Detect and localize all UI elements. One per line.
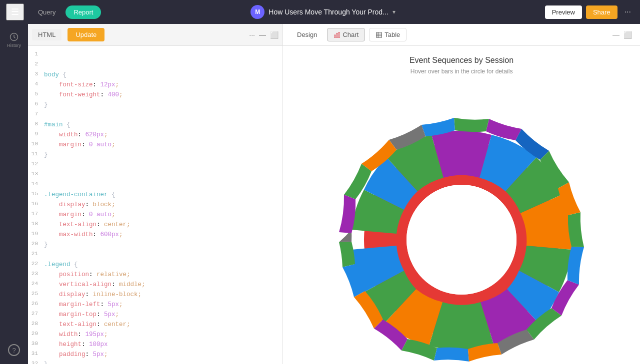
code-line: 26 margin-left: 5px; bbox=[28, 300, 282, 310]
help-sidebar-item[interactable]: ? bbox=[8, 344, 20, 356]
update-button[interactable]: Update bbox=[68, 28, 104, 41]
code-line: 24 vertical-align: middle; bbox=[28, 280, 282, 290]
line-number: 18 bbox=[28, 220, 44, 230]
code-line: 18 text-align: center; bbox=[28, 220, 282, 230]
code-line: 8#main { bbox=[28, 120, 282, 130]
line-number: 3 bbox=[28, 70, 44, 80]
table-icon bbox=[376, 31, 382, 38]
code-line: 4 font-size: 12px; bbox=[28, 80, 282, 90]
line-content bbox=[44, 110, 278, 120]
left-sidebar: History ? bbox=[0, 24, 28, 364]
chart-toolbar: Design Chart Table — ⬜ bbox=[283, 24, 640, 46]
history-sidebar-item[interactable]: History bbox=[7, 32, 21, 48]
code-line: 3body { bbox=[28, 70, 282, 80]
chart-view-button[interactable]: Chart bbox=[327, 28, 365, 41]
nav-tab-report[interactable]: Report bbox=[66, 5, 101, 19]
code-line: 7 bbox=[28, 110, 282, 120]
editor-more-button[interactable]: ··· bbox=[249, 31, 255, 39]
code-line: 6} bbox=[28, 100, 282, 110]
chart-subtitle: Hover over bars in the circle for detail… bbox=[410, 68, 513, 75]
line-content: margin-left: 5px; bbox=[44, 300, 278, 310]
line-content: margin: 0 auto; bbox=[44, 140, 278, 150]
chart-tools-right: — ⬜ bbox=[612, 31, 632, 39]
line-number: 23 bbox=[28, 270, 44, 280]
code-line: 11} bbox=[28, 150, 282, 160]
line-number: 15 bbox=[28, 190, 44, 200]
share-button[interactable]: Share bbox=[586, 5, 618, 19]
line-number: 8 bbox=[28, 120, 44, 130]
line-number: 11 bbox=[28, 150, 44, 160]
chart-minimize-button[interactable]: — bbox=[612, 31, 620, 39]
line-content: font-size: 12px; bbox=[44, 80, 278, 90]
editor-tabs-bar: HTML Update ··· — ⬜ bbox=[28, 24, 282, 46]
chart-maximize-button[interactable]: ⬜ bbox=[624, 31, 632, 39]
line-content bbox=[44, 250, 278, 260]
editor-tools: ··· — ⬜ bbox=[249, 31, 278, 39]
line-number: 1 bbox=[28, 50, 44, 60]
editor-minimize-button[interactable]: — bbox=[259, 31, 266, 39]
nav-tab-query[interactable]: Query bbox=[30, 5, 64, 19]
line-content: } bbox=[44, 240, 278, 250]
line-number: 25 bbox=[28, 290, 44, 300]
line-content: body { bbox=[44, 70, 278, 80]
line-number: 30 bbox=[28, 340, 44, 350]
code-line: 32} bbox=[28, 360, 282, 364]
editor-maximize-button[interactable]: ⬜ bbox=[270, 31, 278, 39]
sunburst-chart[interactable] bbox=[283, 85, 640, 364]
editor-panel: HTML Update ··· — ⬜ 1</span>2 3body {4 f… bbox=[28, 24, 283, 364]
preview-button[interactable]: Preview bbox=[545, 5, 582, 19]
line-content: height: 100px bbox=[44, 340, 278, 350]
line-number: 22 bbox=[28, 260, 44, 270]
code-line: 20} bbox=[28, 240, 282, 250]
svg-rect-4 bbox=[376, 32, 382, 37]
code-line: 30 height: 100px bbox=[28, 340, 282, 350]
line-number: 7 bbox=[28, 110, 44, 120]
code-line: 28 text-align: center; bbox=[28, 320, 282, 330]
code-line: 29 width: 195px; bbox=[28, 330, 282, 340]
design-button[interactable]: Design bbox=[291, 28, 323, 41]
line-number: 31 bbox=[28, 350, 44, 360]
history-label: History bbox=[7, 43, 21, 48]
line-number: 20 bbox=[28, 240, 44, 250]
hamburger-button[interactable]: ☰ bbox=[6, 3, 24, 20]
svg-rect-1 bbox=[334, 35, 336, 37]
line-content bbox=[44, 180, 278, 190]
table-button-label: Table bbox=[384, 31, 400, 38]
code-line: 22.legend { bbox=[28, 260, 282, 270]
table-view-button[interactable]: Table bbox=[369, 28, 406, 41]
line-number: 19 bbox=[28, 230, 44, 240]
chart-button-label: Chart bbox=[342, 31, 358, 38]
title-dropdown-icon[interactable]: ▾ bbox=[392, 8, 396, 15]
tab-html[interactable]: HTML bbox=[32, 29, 62, 40]
line-content: max-width: 600px; bbox=[44, 230, 278, 240]
line-content bbox=[44, 160, 278, 170]
code-editor[interactable]: 1</span>2 3body {4 font-size: 12px;5 fon… bbox=[28, 46, 282, 364]
line-number: 29 bbox=[28, 330, 44, 340]
line-content: vertical-align: middle; bbox=[44, 280, 278, 290]
line-number: 21 bbox=[28, 250, 44, 260]
line-number: 5 bbox=[28, 90, 44, 100]
chart-content: Event Sequences by Session Hover over ba… bbox=[283, 46, 640, 364]
line-content: .legend { bbox=[44, 260, 278, 270]
chart-panel: Design Chart Table — ⬜ Event Sequences b… bbox=[283, 24, 640, 364]
code-line: 13 bbox=[28, 170, 282, 180]
line-number: 27 bbox=[28, 310, 44, 320]
code-line: 15.legend-container { bbox=[28, 190, 282, 200]
line-content: } bbox=[44, 100, 278, 110]
code-line: 17 margin: 0 auto; bbox=[28, 210, 282, 220]
line-content: } bbox=[44, 360, 278, 364]
code-line: 12 bbox=[28, 160, 282, 170]
line-content: width: 620px; bbox=[44, 130, 278, 140]
code-line: 1</span> bbox=[28, 50, 282, 60]
avatar: M bbox=[250, 5, 264, 19]
line-number: 13 bbox=[28, 170, 44, 180]
chart-title: Event Sequences by Session bbox=[410, 56, 514, 65]
more-options-button[interactable]: ··· bbox=[622, 5, 634, 18]
help-icon[interactable]: ? bbox=[8, 344, 20, 356]
line-number: 2 bbox=[28, 60, 44, 70]
line-content: margin: 0 auto; bbox=[44, 210, 278, 220]
code-line: 31 padding: 5px; bbox=[28, 350, 282, 360]
line-content: padding: 5px; bbox=[44, 350, 278, 360]
line-content: </span> bbox=[44, 50, 278, 60]
code-line: 10 margin: 0 auto; bbox=[28, 140, 282, 150]
